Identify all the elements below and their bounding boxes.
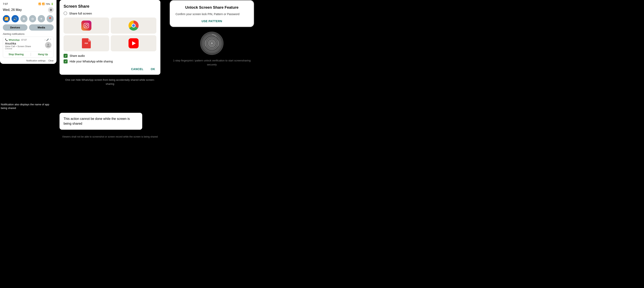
- app-sub-label: Chrome: [5, 47, 31, 50]
- media-button[interactable]: Media: [29, 24, 54, 31]
- youtube-app-tile[interactable]: [111, 35, 156, 51]
- youtube-icon: [128, 38, 138, 48]
- chrome-app-tile[interactable]: [111, 17, 156, 34]
- chrome-icon: [128, 20, 138, 31]
- location-icon: 📍: [48, 17, 52, 21]
- app-selection-grid: PDF: [64, 17, 156, 51]
- notif-actions: Stop Sharing Hang Up: [5, 51, 52, 56]
- status-bar: 7:07 📶 📶 73% 🔋: [3, 2, 54, 5]
- unlock-dialog: Unlock Screen Share Feature Confirm your…: [170, 0, 254, 27]
- bluetooth-icon: B: [23, 17, 25, 20]
- date-row: Wed, 26 May ⚙: [3, 7, 54, 13]
- action-blocked-popup: This action cannot be done while the scr…: [60, 113, 142, 130]
- status-time: 7:07: [3, 2, 8, 5]
- airplane-toggle[interactable]: ✈: [38, 15, 45, 22]
- hide-whatsapp-option[interactable]: Hide your WhatsApp while sharing: [64, 59, 156, 63]
- mic-icon: 🎤: [46, 38, 49, 41]
- share-audio-option[interactable]: Share audio: [64, 54, 156, 58]
- notif-app-name: 📞 WhatsApp 07:07: [5, 38, 27, 41]
- svg-point-3: [85, 24, 88, 27]
- pdf-app-tile[interactable]: PDF: [64, 35, 109, 51]
- notif-footer: Notification settings Clear: [3, 59, 54, 62]
- left-caption: Notification also displays the name of a…: [0, 103, 56, 110]
- center-caption: One can hide WhatsApp screen from being …: [60, 78, 160, 86]
- radio-button[interactable]: [64, 11, 67, 15]
- call-desc: Voice Call + Screen Share: [5, 45, 31, 47]
- date-text: Wed, 26 May: [3, 8, 22, 12]
- wifi-signal-icon: 📶: [38, 2, 41, 5]
- right-panel: Unlock Screen Share Feature Confirm your…: [170, 0, 254, 66]
- battery-icon: 🔋: [51, 2, 54, 5]
- youtube-play-icon: [132, 41, 136, 45]
- quick-action-buttons: Devices Media: [3, 24, 54, 31]
- share-audio-checkbox[interactable]: [64, 54, 68, 58]
- contact-avatar: [45, 42, 52, 48]
- location-toggle[interactable]: 📍: [46, 15, 54, 22]
- fingerprint-icon: [200, 31, 224, 55]
- dnd-toggle[interactable]: ⊖: [29, 15, 36, 22]
- right-caption: 1-step fingerprint / pattern unlock veri…: [170, 59, 254, 66]
- expand-icon: ⌃: [50, 38, 52, 41]
- share-full-screen-label: Share full screen: [69, 12, 92, 15]
- battery-text: 73%: [46, 3, 50, 5]
- wifi-toggle[interactable]: 📶: [3, 15, 10, 22]
- action-blocked-text: This action cannot be done while the scr…: [64, 117, 130, 125]
- center-panel: Screen Share Share full screen: [60, 0, 160, 86]
- devices-button[interactable]: Devices: [3, 24, 28, 31]
- hang-up-button[interactable]: Hang Up: [38, 53, 48, 56]
- clear-link[interactable]: Clear: [48, 59, 54, 62]
- status-icons: 📶 📶 73% 🔋: [38, 2, 54, 5]
- use-pattern-button[interactable]: USE PATTERN: [176, 19, 248, 23]
- notification-card: 📞 WhatsApp 07:07 ↑ 🎤 ⌃ Anushka Voice Cal…: [3, 37, 54, 58]
- unlock-desc: Confirm your screen lock PIN, Pattern or…: [176, 12, 248, 16]
- pdf-icon: PDF: [82, 38, 91, 48]
- fingerprint-container: [170, 31, 254, 55]
- cancel-button[interactable]: CANCEL: [130, 67, 145, 71]
- wifi-icon: 📶: [4, 17, 8, 21]
- dialog-actions: CANCEL OK: [64, 65, 156, 71]
- notif-settings-link[interactable]: Notification settings: [26, 59, 46, 62]
- contact-name: Anushka: [5, 42, 31, 45]
- sound-icon: 🔊: [13, 17, 17, 21]
- notif-action-icons: ↑ 🎤 ⌃: [44, 38, 52, 41]
- alerting-label: Alerting notifications: [3, 33, 54, 35]
- quick-settings-panel: 7:07 📶 📶 73% 🔋 Wed, 26 May ⚙ 📶 🔊 B ⊖ ✈ 📍: [0, 0, 56, 64]
- hide-whatsapp-label: Hide your WhatsApp while sharing: [70, 60, 113, 63]
- share-full-screen-option[interactable]: Share full screen: [64, 11, 156, 15]
- svg-point-0: [48, 44, 49, 45]
- hide-whatsapp-checkbox[interactable]: [64, 59, 68, 63]
- bottom-caption-center: Viewers shall not be able to screenshot …: [60, 135, 160, 138]
- screen-share-dialog: Screen Share Share full screen: [60, 0, 160, 75]
- upload-icon: ↑: [44, 39, 46, 41]
- notif-header: 📞 WhatsApp 07:07 ↑ 🎤 ⌃: [5, 38, 52, 41]
- airplane-icon: ✈: [40, 17, 42, 21]
- instagram-icon: [81, 20, 92, 31]
- unlock-title: Unlock Screen Share Feature: [176, 5, 248, 10]
- stop-sharing-button[interactable]: Stop Sharing: [8, 53, 24, 56]
- share-audio-label: Share audio: [70, 54, 85, 57]
- signal-icon: 📶: [42, 2, 45, 5]
- dnd-icon: ⊖: [31, 17, 34, 21]
- svg-point-4: [87, 24, 88, 24]
- settings-button[interactable]: ⚙: [48, 7, 54, 13]
- bluetooth-toggle[interactable]: B: [20, 15, 28, 22]
- dialog-title: Screen Share: [64, 4, 156, 9]
- svg-point-5: [200, 32, 224, 55]
- instagram-app-tile[interactable]: [64, 17, 109, 34]
- sound-toggle[interactable]: 🔊: [12, 15, 18, 22]
- phone-icon: 📞: [5, 38, 8, 41]
- ok-button[interactable]: OK: [150, 67, 156, 71]
- quick-toggles: 📶 🔊 B ⊖ ✈ 📍: [3, 15, 54, 22]
- svg-rect-2: [84, 23, 88, 28]
